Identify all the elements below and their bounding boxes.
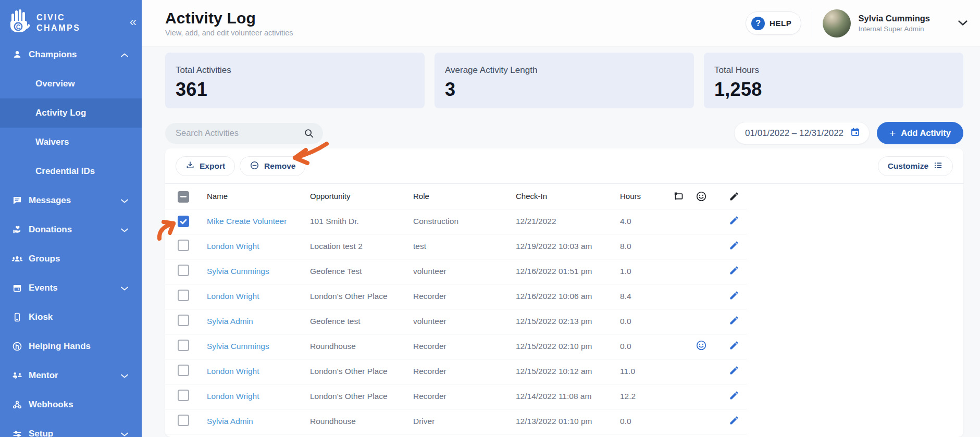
role-cell: Driver [413,409,516,434]
main-area: Activity Log View, add, and edit volunte… [142,0,980,437]
sidebar-item-waivers[interactable]: Waivers [0,128,142,157]
sidebar-collapse-icon[interactable]: « [130,16,137,28]
user-menu-chevron-icon[interactable] [958,20,967,26]
sidebar-item-donations[interactable]: Donations [0,215,142,244]
volunteer-name-link[interactable]: Sylvia Admin [207,317,253,326]
row-checkbox[interactable] [178,240,189,251]
edit-pencil-icon[interactable] [729,265,739,276]
row-checkbox[interactable] [178,365,189,376]
hours-cell: 4.0 [620,209,667,234]
chat-icon [11,195,23,206]
row-checkbox[interactable] [178,265,189,276]
volunteer-name-link[interactable]: Sylvia Cummings [207,267,269,276]
sidebar-item-events[interactable]: Events [0,273,142,303]
opportunity-cell: Geofence test [310,309,413,334]
sidebar-item-setup[interactable]: Setup [0,419,142,437]
edit-pencil-icon[interactable] [729,340,739,351]
edit-pencil-icon[interactable] [729,240,739,251]
sidebar-item-messages[interactable]: Messages [0,186,142,215]
sidebar-item-label: Waivers [35,137,69,147]
mood-column-icon [696,191,707,202]
user-avatar[interactable] [823,9,851,38]
mood-icon[interactable] [696,340,707,351]
column-header-checkin: Check-In [516,184,620,209]
hours-cell: 8.0 [620,234,667,259]
logo: C CIVIC CHAMPS « [0,0,142,40]
hours-cell: 0.0 [620,334,667,359]
edit-pencil-icon[interactable] [729,215,739,226]
annotation-box-icon [673,191,684,202]
sidebar-item-activity-log[interactable]: Activity Log [0,98,142,128]
sidebar-item-label: Setup [29,429,53,437]
activity-table-body: Mike Create Volunteer 101 Smith Dr. Cons… [165,209,747,434]
webhook-icon [11,399,23,410]
sidebar-item-mentor[interactable]: Mentor [0,361,142,390]
row-checkbox[interactable] [178,340,189,351]
sidebar-item-helping-hands[interactable]: Helping Hands [0,332,142,361]
volunteer-name-link[interactable]: London Wright [207,367,259,376]
opportunity-cell: London's Other Place [310,359,413,384]
minus-circle-icon [250,160,259,172]
sidebar-item-label: Champions [29,49,77,60]
edit-pencil-icon[interactable] [729,390,739,401]
edit-pencil-icon[interactable] [729,315,739,326]
remove-button[interactable]: Remove [240,156,305,176]
table-toolbar: Export Remove Customize [165,148,963,183]
checkin-cell: 12/19/2022 10:03 am [516,234,620,259]
help-button[interactable]: ? HELP [746,11,801,35]
opportunity-cell: Location test 2 [310,234,413,259]
checkin-cell: 12/15/2022 10:12 am [516,359,620,384]
volunteer-name-link[interactable]: London Wright [207,242,259,251]
user-role: Internal Super Admin [858,25,930,33]
edit-pencil-icon[interactable] [729,365,739,376]
select-all-checkbox[interactable] [178,191,189,203]
volunteer-name-link[interactable]: Sylvia Admin [207,417,253,426]
volunteer-name-link[interactable]: Sylvia Cummings [207,342,269,351]
hours-cell: 11.0 [620,359,667,384]
helping-hands-icon [11,341,23,352]
add-activity-button[interactable]: + Add Activity [877,122,963,144]
list-icon [933,160,943,172]
opportunity-cell: Roundhouse [310,409,413,434]
donation-icon [11,224,23,235]
volunteer-name-link[interactable]: London Wright [207,292,259,301]
opportunity-cell: 101 Smith Dr. [310,209,413,234]
customize-button[interactable]: Customize [878,156,953,176]
date-range-picker[interactable]: 01/01/2022 – 12/31/2022 [734,122,870,144]
topbar: Activity Log View, add, and edit volunte… [142,0,980,47]
svg-text:C: C [16,23,21,30]
sidebar-item-credential-ids[interactable]: Credential IDs [0,157,142,186]
volunteer-name-link[interactable]: Mike Create Volunteer [207,217,287,226]
row-checkbox[interactable] [178,290,189,301]
user-info: Sylvia Cummings Internal Super Admin [858,14,930,33]
volunteer-name-link[interactable]: London Wright [207,392,259,401]
role-cell: Construction [413,209,516,234]
edit-pencil-icon[interactable] [729,290,739,301]
search-input[interactable] [165,123,323,144]
sidebar-item-label: Groups [29,254,60,264]
sidebar-item-webhooks[interactable]: Webhooks [0,390,142,419]
sidebar-nav: Champions Overview Activity Log Waivers … [0,40,142,437]
search-icon[interactable] [303,128,315,141]
column-header-hours: Hours [620,184,667,209]
edit-pencil-icon[interactable] [729,415,739,426]
chevron-down-icon [121,195,128,206]
activity-table-wrap: Name Opportunity Role Check-In Hours [165,183,963,434]
sidebar-item-champions[interactable]: Champions [0,40,142,69]
row-checkbox[interactable] [178,390,189,401]
row-checkbox[interactable] [178,315,189,326]
checkin-cell: 12/13/2022 01:10 pm [516,409,620,434]
sidebar-item-groups[interactable]: Groups [0,244,142,273]
export-button[interactable]: Export [176,156,235,176]
edit-column-icon [729,191,739,202]
table-row: London Wright Location test 2 test 12/19… [165,234,747,259]
chevron-down-icon [121,224,128,235]
opportunity-cell: Roundhouse [310,334,413,359]
sidebar-item-kiosk[interactable]: Kiosk [0,303,142,332]
row-checkbox[interactable] [178,415,189,426]
role-cell: Recorder [413,384,516,409]
sidebar-item-overview[interactable]: Overview [0,69,142,98]
hours-cell: 1.0 [620,259,667,284]
logo-text: CIVIC CHAMPS [36,13,80,33]
row-checkbox[interactable] [178,216,189,227]
